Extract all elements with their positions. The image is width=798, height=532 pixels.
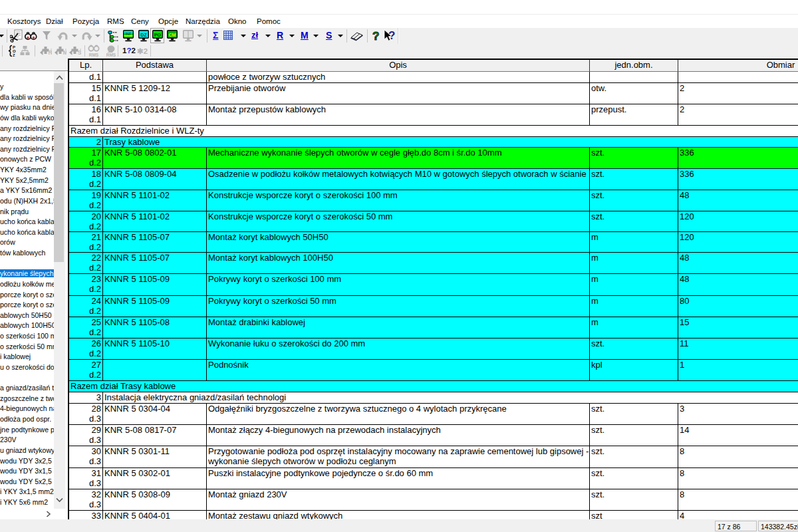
svg-text:Z: Z — [13, 53, 15, 57]
svg-text:PO: PO — [154, 33, 162, 37]
svg-text:INF: INF — [126, 32, 132, 36]
svg-text:RMS: RMS — [89, 53, 99, 57]
svg-text:DZ: DZ — [140, 33, 147, 37]
svg-text:?: ? — [372, 30, 379, 43]
svg-text:RMS: RMS — [106, 53, 116, 57]
svg-text:CM: CM — [169, 33, 176, 37]
